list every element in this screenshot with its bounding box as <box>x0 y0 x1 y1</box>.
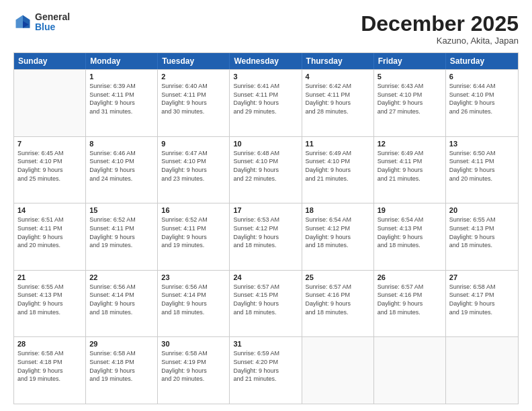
day-number: 18 <box>306 206 370 214</box>
day-number: 30 <box>161 340 226 348</box>
day-info: Sunrise: 6:57 AM Sunset: 4:16 PM Dayligh… <box>378 283 442 316</box>
weekday-header-wednesday: Wednesday <box>230 53 302 69</box>
calendar-header-row: SundayMondayTuesdayWednesdayThursdayFrid… <box>14 53 518 69</box>
logo-blue-text: Blue <box>35 22 70 32</box>
calendar-cell: 10Sunrise: 6:48 AM Sunset: 4:10 PM Dayli… <box>230 137 302 203</box>
calendar-cell: 7Sunrise: 6:45 AM Sunset: 4:10 PM Daylig… <box>14 137 86 203</box>
day-number: 16 <box>161 206 226 214</box>
day-info: Sunrise: 6:57 AM Sunset: 4:16 PM Dayligh… <box>306 283 370 316</box>
day-number: 23 <box>161 273 226 281</box>
day-number: 10 <box>233 140 298 148</box>
day-number: 24 <box>233 273 298 281</box>
calendar-cell: 14Sunrise: 6:51 AM Sunset: 4:11 PM Dayli… <box>14 203 86 270</box>
logo-icon <box>13 13 32 32</box>
day-number: 3 <box>233 73 298 81</box>
day-info: Sunrise: 6:52 AM Sunset: 4:11 PM Dayligh… <box>89 216 154 249</box>
calendar-cell: 2Sunrise: 6:40 AM Sunset: 4:11 PM Daylig… <box>158 70 230 136</box>
calendar-row-1: 7Sunrise: 6:45 AM Sunset: 4:10 PM Daylig… <box>14 136 518 203</box>
day-number: 14 <box>17 206 82 214</box>
calendar-cell: 5Sunrise: 6:43 AM Sunset: 4:10 PM Daylig… <box>374 70 446 136</box>
month-title: December 2025 <box>361 12 519 36</box>
day-info: Sunrise: 6:58 AM Sunset: 4:19 PM Dayligh… <box>161 349 226 383</box>
weekday-header-tuesday: Tuesday <box>158 53 230 69</box>
day-number: 12 <box>378 140 442 148</box>
day-number: 29 <box>89 340 154 348</box>
calendar-row-3: 21Sunrise: 6:55 AM Sunset: 4:13 PM Dayli… <box>14 270 518 337</box>
day-info: Sunrise: 6:47 AM Sunset: 4:10 PM Dayligh… <box>161 149 226 183</box>
day-number: 22 <box>89 273 154 281</box>
day-number: 9 <box>161 140 226 148</box>
day-number: 8 <box>89 140 154 148</box>
day-info: Sunrise: 6:45 AM Sunset: 4:10 PM Dayligh… <box>17 149 82 183</box>
calendar-cell <box>374 337 446 404</box>
calendar-cell: 22Sunrise: 6:56 AM Sunset: 4:14 PM Dayli… <box>86 271 158 337</box>
calendar-cell <box>302 337 374 404</box>
day-info: Sunrise: 6:41 AM Sunset: 4:11 PM Dayligh… <box>233 82 298 116</box>
calendar-cell: 1Sunrise: 6:39 AM Sunset: 4:11 PM Daylig… <box>86 70 158 136</box>
day-info: Sunrise: 6:48 AM Sunset: 4:10 PM Dayligh… <box>233 149 298 183</box>
day-info: Sunrise: 6:55 AM Sunset: 4:13 PM Dayligh… <box>449 216 515 249</box>
weekday-header-friday: Friday <box>374 53 446 69</box>
title-block: December 2025 Kazuno, Akita, Japan <box>361 12 519 46</box>
day-info: Sunrise: 6:54 AM Sunset: 4:13 PM Dayligh… <box>378 216 442 249</box>
logo-general-text: General <box>35 12 70 22</box>
day-info: Sunrise: 6:54 AM Sunset: 4:12 PM Dayligh… <box>306 216 370 249</box>
day-number: 28 <box>17 340 82 348</box>
day-number: 2 <box>161 73 226 81</box>
calendar-cell: 20Sunrise: 6:55 AM Sunset: 4:13 PM Dayli… <box>446 203 518 270</box>
day-number: 6 <box>449 73 515 81</box>
calendar-cell: 19Sunrise: 6:54 AM Sunset: 4:13 PM Dayli… <box>374 203 446 270</box>
day-number: 21 <box>17 273 82 281</box>
weekday-header-monday: Monday <box>86 53 158 69</box>
day-number: 26 <box>378 273 442 281</box>
calendar: SundayMondayTuesdayWednesdayThursdayFrid… <box>13 52 519 404</box>
page: General Blue December 2025 Kazuno, Akita… <box>0 0 532 411</box>
calendar-cell: 21Sunrise: 6:55 AM Sunset: 4:13 PM Dayli… <box>14 271 86 337</box>
day-number: 17 <box>233 206 298 214</box>
day-info: Sunrise: 6:56 AM Sunset: 4:14 PM Dayligh… <box>161 283 226 316</box>
calendar-cell: 6Sunrise: 6:44 AM Sunset: 4:10 PM Daylig… <box>446 70 518 136</box>
calendar-cell: 31Sunrise: 6:59 AM Sunset: 4:20 PM Dayli… <box>230 337 302 404</box>
calendar-row-2: 14Sunrise: 6:51 AM Sunset: 4:11 PM Dayli… <box>14 203 518 270</box>
calendar-cell: 17Sunrise: 6:53 AM Sunset: 4:12 PM Dayli… <box>230 203 302 270</box>
day-number: 25 <box>306 273 370 281</box>
day-number: 13 <box>449 140 515 148</box>
calendar-cell: 9Sunrise: 6:47 AM Sunset: 4:10 PM Daylig… <box>158 137 230 203</box>
logo: General Blue <box>13 12 70 33</box>
day-info: Sunrise: 6:44 AM Sunset: 4:10 PM Dayligh… <box>449 82 515 116</box>
location-subtitle: Kazuno, Akita, Japan <box>361 36 519 46</box>
day-number: 5 <box>378 73 442 81</box>
day-number: 20 <box>449 206 515 214</box>
day-info: Sunrise: 6:40 AM Sunset: 4:11 PM Dayligh… <box>161 82 226 116</box>
day-info: Sunrise: 6:58 AM Sunset: 4:17 PM Dayligh… <box>449 283 515 316</box>
calendar-cell: 15Sunrise: 6:52 AM Sunset: 4:11 PM Dayli… <box>86 203 158 270</box>
calendar-cell: 28Sunrise: 6:58 AM Sunset: 4:18 PM Dayli… <box>14 337 86 404</box>
day-info: Sunrise: 6:55 AM Sunset: 4:13 PM Dayligh… <box>17 283 82 316</box>
day-info: Sunrise: 6:58 AM Sunset: 4:18 PM Dayligh… <box>17 349 82 383</box>
calendar-cell: 4Sunrise: 6:42 AM Sunset: 4:11 PM Daylig… <box>302 70 374 136</box>
logo-text: General Blue <box>35 12 70 33</box>
calendar-cell <box>446 337 518 404</box>
day-info: Sunrise: 6:53 AM Sunset: 4:12 PM Dayligh… <box>233 216 298 249</box>
day-info: Sunrise: 6:49 AM Sunset: 4:10 PM Dayligh… <box>306 149 370 183</box>
svg-marker-1 <box>16 15 24 28</box>
day-info: Sunrise: 6:39 AM Sunset: 4:11 PM Dayligh… <box>89 82 154 116</box>
day-info: Sunrise: 6:42 AM Sunset: 4:11 PM Dayligh… <box>306 82 370 116</box>
day-info: Sunrise: 6:46 AM Sunset: 4:10 PM Dayligh… <box>89 149 154 183</box>
day-number: 19 <box>378 206 442 214</box>
day-info: Sunrise: 6:49 AM Sunset: 4:11 PM Dayligh… <box>378 149 442 183</box>
day-number: 7 <box>17 140 82 148</box>
day-info: Sunrise: 6:57 AM Sunset: 4:15 PM Dayligh… <box>233 283 298 316</box>
calendar-cell: 8Sunrise: 6:46 AM Sunset: 4:10 PM Daylig… <box>86 137 158 203</box>
calendar-cell: 26Sunrise: 6:57 AM Sunset: 4:16 PM Dayli… <box>374 271 446 337</box>
weekday-header-saturday: Saturday <box>446 53 518 69</box>
calendar-cell <box>14 70 86 136</box>
calendar-cell: 23Sunrise: 6:56 AM Sunset: 4:14 PM Dayli… <box>158 271 230 337</box>
day-number: 15 <box>89 206 154 214</box>
calendar-cell: 25Sunrise: 6:57 AM Sunset: 4:16 PM Dayli… <box>302 271 374 337</box>
calendar-row-4: 28Sunrise: 6:58 AM Sunset: 4:18 PM Dayli… <box>14 336 518 404</box>
calendar-body: 1Sunrise: 6:39 AM Sunset: 4:11 PM Daylig… <box>14 69 518 404</box>
calendar-cell: 24Sunrise: 6:57 AM Sunset: 4:15 PM Dayli… <box>230 271 302 337</box>
calendar-cell: 16Sunrise: 6:52 AM Sunset: 4:11 PM Dayli… <box>158 203 230 270</box>
day-info: Sunrise: 6:43 AM Sunset: 4:10 PM Dayligh… <box>378 82 442 116</box>
